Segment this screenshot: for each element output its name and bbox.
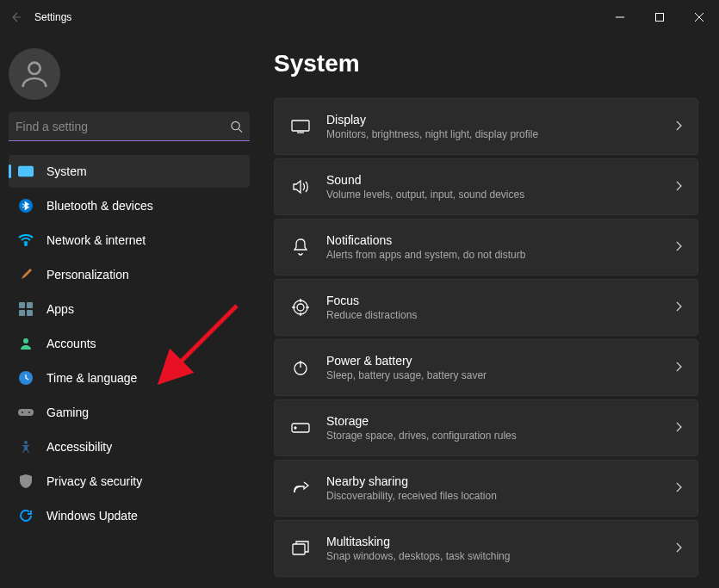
card-storage[interactable]: Storage Storage space, drives, configura… xyxy=(274,399,698,456)
user-area[interactable] xyxy=(9,48,250,112)
clock-globe-icon xyxy=(17,369,34,387)
minimize-button[interactable] xyxy=(600,3,640,31)
sidebar-item-privacy-security[interactable]: Privacy & security xyxy=(9,465,250,498)
svg-rect-10 xyxy=(19,302,25,308)
sidebar-item-label: System xyxy=(46,164,87,178)
card-text: Power & battery Sleep, battery usage, ba… xyxy=(326,354,660,381)
card-nearby-sharing[interactable]: Nearby sharing Discoverability, received… xyxy=(274,460,698,517)
page-title: System xyxy=(274,50,698,77)
card-title: Focus xyxy=(326,294,660,307)
bluetooth-icon xyxy=(17,197,34,214)
close-button[interactable] xyxy=(679,3,719,31)
svg-point-31 xyxy=(294,427,296,429)
shield-icon xyxy=(17,473,34,490)
back-arrow-icon xyxy=(9,10,22,24)
card-sound[interactable]: Sound Volume levels, output, input, soun… xyxy=(274,158,698,215)
sidebar-item-bluetooth-devices[interactable]: Bluetooth & devices xyxy=(9,189,250,222)
card-power-battery[interactable]: Power & battery Sleep, battery usage, ba… xyxy=(274,339,698,396)
gamepad-icon xyxy=(17,404,34,421)
bell-icon xyxy=(290,237,311,257)
card-text: Multitasking Snap windows, desktops, tas… xyxy=(326,535,660,562)
sidebar-item-time-language[interactable]: Time & language xyxy=(9,362,250,394)
sidebar-item-label: Gaming xyxy=(46,405,89,419)
accounts-icon xyxy=(17,335,34,352)
card-notifications[interactable]: Notifications Alerts from apps and syste… xyxy=(274,219,698,275)
chevron-right-icon xyxy=(675,541,682,556)
sidebar-item-label: Windows Update xyxy=(46,509,138,523)
card-focus[interactable]: Focus Reduce distractions xyxy=(274,279,698,336)
chevron-right-icon xyxy=(675,300,682,315)
sidebar-item-label: Accounts xyxy=(46,337,96,350)
card-title: Sound xyxy=(326,173,660,187)
sidebar-item-network-internet[interactable]: Network & internet xyxy=(9,224,250,257)
chevron-right-icon xyxy=(675,420,682,436)
back-button[interactable] xyxy=(7,9,24,26)
card-text: Notifications Alerts from apps and syste… xyxy=(326,233,660,261)
svg-rect-13 xyxy=(27,310,33,316)
share-icon xyxy=(290,478,311,498)
svg-rect-32 xyxy=(293,544,305,554)
card-text: Nearby sharing Discoverability, received… xyxy=(326,474,660,502)
sound-icon xyxy=(290,176,311,197)
accessibility-icon xyxy=(17,438,34,455)
svg-point-5 xyxy=(232,121,239,129)
svg-rect-11 xyxy=(27,302,33,308)
search-icon xyxy=(230,121,243,133)
chevron-right-icon xyxy=(675,480,682,496)
svg-point-9 xyxy=(25,244,27,245)
card-subtitle: Discoverability, received files location xyxy=(326,490,660,502)
card-subtitle: Snap windows, desktops, task switching xyxy=(326,550,660,562)
svg-point-17 xyxy=(22,412,23,413)
card-text: Focus Reduce distractions xyxy=(326,294,660,321)
sidebar-item-accessibility[interactable]: Accessibility xyxy=(9,430,250,463)
svg-point-4 xyxy=(28,63,40,74)
chevron-right-icon xyxy=(675,239,682,255)
card-title: Power & battery xyxy=(326,354,660,368)
card-subtitle: Volume levels, output, input, sound devi… xyxy=(326,189,660,201)
card-title: Nearby sharing xyxy=(326,474,660,488)
sidebar-item-gaming[interactable]: Gaming xyxy=(9,396,250,429)
content-area: System Display Monitors, brightness, nig… xyxy=(258,34,719,588)
brush-icon xyxy=(17,266,34,283)
focus-icon xyxy=(290,297,311,318)
sidebar-item-label: Accessibility xyxy=(46,440,112,454)
sidebar-item-windows-update[interactable]: Windows Update xyxy=(9,499,250,532)
sidebar-item-label: Time & language xyxy=(46,371,137,385)
card-display[interactable]: Display Monitors, brightness, night ligh… xyxy=(274,98,698,155)
sidebar-item-label: Apps xyxy=(46,302,74,316)
sidebar-item-system[interactable]: System xyxy=(9,155,250,188)
sidebar: System Bluetooth & devices Network & int… xyxy=(0,34,258,588)
titlebar: Settings xyxy=(0,0,719,34)
card-subtitle: Reduce distractions xyxy=(326,309,660,321)
card-subtitle: Alerts from apps and system, do not dist… xyxy=(326,249,660,261)
svg-rect-7 xyxy=(18,166,34,177)
settings-card-list: Display Monitors, brightness, night ligh… xyxy=(274,98,698,577)
search-input[interactable] xyxy=(9,112,250,141)
card-title: Notifications xyxy=(326,233,660,247)
svg-point-14 xyxy=(23,338,28,344)
svg-rect-1 xyxy=(656,14,664,22)
svg-point-19 xyxy=(24,441,28,444)
sidebar-item-label: Personalization xyxy=(46,268,129,282)
window-controls xyxy=(600,3,719,31)
avatar xyxy=(9,48,60,100)
card-text: Storage Storage space, drives, configura… xyxy=(326,414,660,442)
card-text: Sound Volume levels, output, input, soun… xyxy=(326,173,660,201)
card-text: Display Monitors, brightness, night ligh… xyxy=(326,113,660,140)
display-icon xyxy=(290,116,311,137)
titlebar-left: Settings xyxy=(7,9,71,26)
sidebar-item-apps[interactable]: Apps xyxy=(9,293,250,325)
svg-point-18 xyxy=(28,412,30,413)
maximize-button[interactable] xyxy=(640,3,679,31)
svg-line-6 xyxy=(239,129,242,133)
multitask-icon xyxy=(290,538,311,559)
window-title: Settings xyxy=(34,11,71,23)
card-subtitle: Monitors, brightness, night light, displ… xyxy=(326,128,660,140)
sidebar-item-accounts[interactable]: Accounts xyxy=(9,327,250,360)
minimize-icon xyxy=(616,13,624,22)
power-icon xyxy=(290,357,311,378)
chevron-right-icon xyxy=(675,360,682,375)
sidebar-item-personalization[interactable]: Personalization xyxy=(9,258,250,291)
maximize-icon xyxy=(655,13,664,22)
card-multitasking[interactable]: Multitasking Snap windows, desktops, tas… xyxy=(274,520,698,577)
